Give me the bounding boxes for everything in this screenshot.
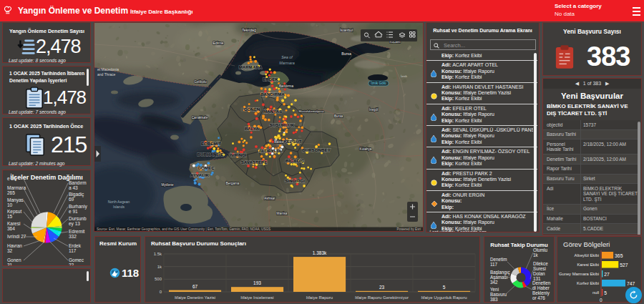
- svg-text:Manisa: Manisa: [277, 212, 288, 215]
- svg-text:Yeni: Yeni: [490, 287, 499, 292]
- svg-text:0: 0: [160, 290, 162, 294]
- svg-text:23: 23: [379, 285, 385, 290]
- svg-text:Mytilene: Mytilene: [161, 183, 174, 187]
- svg-text:332: 332: [69, 234, 77, 239]
- svg-text:Altıeylül Ekibi: Altıeylül Ekibi: [575, 253, 599, 258]
- svg-text:Bursa: Bursa: [334, 114, 343, 118]
- svg-text:1k: 1k: [533, 252, 539, 258]
- svg-text:or 476: or 476: [532, 295, 545, 300]
- svg-text:193: 193: [253, 280, 261, 285]
- svg-text:e 20: e 20: [7, 176, 16, 181]
- svg-text:1.5k: 1.5k: [154, 252, 162, 256]
- svg-text:AYVALIK: AYVALIK: [190, 172, 210, 177]
- svg-text:BURHANİYE: BURHANİYE: [197, 152, 224, 157]
- svg-text:Gelibolu: Gelibolu: [194, 80, 207, 84]
- svg-text:Mustafakemalpasa: Mustafakemalpasa: [298, 109, 324, 113]
- svg-text:Kütahya: Kütahya: [360, 147, 372, 151]
- svg-text:Olumlu: Olumlu: [533, 247, 547, 252]
- svg-text:500: 500: [155, 277, 162, 281]
- svg-text:Islands: Islands: [113, 205, 125, 209]
- svg-text:Source: Esri, Maxar, Earthstar: Source: Esri, Maxar, Earthstar Geographi…: [97, 227, 270, 231]
- svg-text:ey 13: ey 13: [69, 221, 80, 227]
- svg-text:İstanbul: İstanbul: [340, 28, 353, 32]
- svg-text:117: 117: [490, 262, 498, 267]
- svg-text:Dilekce: Dilekce: [533, 261, 548, 266]
- svg-text:32: 32: [7, 248, 13, 253]
- svg-text:0: 0: [600, 298, 602, 302]
- svg-text:İVRİNDİ: İVRİNDİ: [230, 152, 247, 157]
- svg-text:Ivrindi 27: Ivrindi 27: [7, 234, 26, 239]
- svg-text:Guney Marmara Ekibi: Guney Marmara Ekibi: [559, 272, 599, 276]
- svg-text:Bursa: Bursa: [341, 52, 351, 56]
- svg-text:Basvuru: Basvuru: [490, 292, 507, 297]
- svg-text:22: 22: [69, 263, 74, 266]
- svg-text:a 43: a 43: [69, 185, 78, 190]
- svg-text:GÖMEÇ: GÖMEÇ: [197, 165, 215, 170]
- svg-text:117: 117: [69, 248, 77, 253]
- svg-text:Bandırma: Bandırma: [279, 84, 293, 88]
- svg-text:5: 5: [604, 290, 607, 295]
- svg-text:Itfaiye Uygunluk Raporu: Itfaiye Uygunluk Raporu: [421, 295, 467, 300]
- svg-text:Bergama: Bergama: [226, 182, 240, 185]
- svg-text:747: 747: [627, 281, 635, 286]
- svg-text:5: 5: [443, 285, 446, 290]
- svg-text:Suresi: Suresi: [533, 266, 546, 271]
- svg-text:Denetim: Denetim: [490, 257, 507, 262]
- svg-text:Çanakkale: Çanakkale: [192, 116, 208, 119]
- svg-text:Sea of: Sea of: [281, 55, 293, 59]
- svg-text:Powered by Esri: Powered by Esri: [397, 227, 421, 231]
- svg-text:67: 67: [192, 284, 198, 289]
- svg-text:Edirne: Edirne: [213, 41, 224, 45]
- svg-text:Tekirdağ: Tekirdağ: [242, 28, 256, 32]
- svg-text:Korfez Ekibi: Korfez Ekibi: [577, 281, 599, 285]
- svg-text:and Thrace: and Thrace: [97, 72, 115, 77]
- svg-text:SUSURLUK: SUSURLUK: [270, 122, 295, 127]
- svg-text:Akhisar: Akhisar: [264, 197, 275, 200]
- svg-text:527: 527: [620, 263, 628, 268]
- svg-text:1k: 1k: [157, 265, 162, 269]
- svg-text:SINDIRGI: SINDIRGI: [285, 178, 305, 183]
- svg-text:e 91: e 91: [69, 209, 78, 214]
- svg-text:Itfaiye Incelemesi: Itfaiye Incelemesi: [240, 295, 273, 300]
- svg-text:Karesi Ekibi: Karesi Ekibi: [577, 263, 599, 267]
- svg-text:Marmara: Marmara: [279, 61, 295, 65]
- svg-text:Itfaiye Raporu: Itfaiye Raporu: [306, 295, 333, 300]
- svg-text:ERDEK: ERDEK: [263, 77, 278, 82]
- svg-text:10: 10: [7, 202, 13, 207]
- svg-text:69: 69: [69, 197, 74, 202]
- svg-text:383: 383: [490, 297, 498, 302]
- svg-text:İnegöl: İnegöl: [369, 107, 379, 112]
- svg-text:MANYAS: MANYAS: [263, 109, 282, 114]
- svg-text:Dolan: Dolan: [533, 271, 545, 276]
- svg-text:1.383k: 1.383k: [313, 250, 327, 255]
- svg-text:ALTIEYLÜL: ALTIEYLÜL: [258, 148, 283, 153]
- svg-text:Denetlen: Denetlen: [532, 280, 551, 285]
- svg-text:KEPSUT: KEPSUT: [283, 139, 301, 144]
- svg-text:di Haber: di Haber: [532, 285, 550, 290]
- svg-text:Itfaiye Raporu Gerektirmiyor: Itfaiye Raporu Gerektirmiyor: [355, 295, 409, 300]
- svg-text:SAVAŞTEPE: SAVAŞTEPE: [241, 160, 268, 165]
- svg-text:364: 364: [7, 226, 15, 231]
- svg-text:342: 342: [490, 280, 498, 285]
- svg-text:İznik: İznik: [401, 74, 408, 78]
- svg-text:BİGADİÇ: BİGADİÇ: [286, 158, 305, 163]
- svg-text:EDREMİT: EDREMİT: [201, 141, 221, 146]
- svg-text:MARMARA: MARMARA: [239, 64, 263, 69]
- svg-text:BANDIRMA: BANDIRMA: [260, 92, 285, 97]
- svg-text:null: null: [592, 290, 599, 295]
- svg-text:27: 27: [604, 272, 610, 277]
- svg-text:DURSONBEY: DURSONBEY: [302, 147, 331, 152]
- svg-text:31: 31: [7, 263, 13, 266]
- svg-text:365: 365: [615, 253, 623, 258]
- svg-text:15: 15: [7, 214, 13, 219]
- svg-text:North Aegean: North Aegean: [108, 200, 130, 204]
- svg-text:265: 265: [7, 190, 15, 195]
- svg-text:BALYA: BALYA: [245, 126, 260, 131]
- svg-text:İznik Gölü: İznik Gölü: [371, 81, 386, 85]
- svg-text:GÖNEN: GÖNEN: [244, 107, 260, 112]
- svg-text:et Macedonia: et Macedonia: [97, 67, 119, 72]
- svg-text:Itfaiye Denetim Yazisi: Itfaiye Denetim Yazisi: [175, 295, 215, 300]
